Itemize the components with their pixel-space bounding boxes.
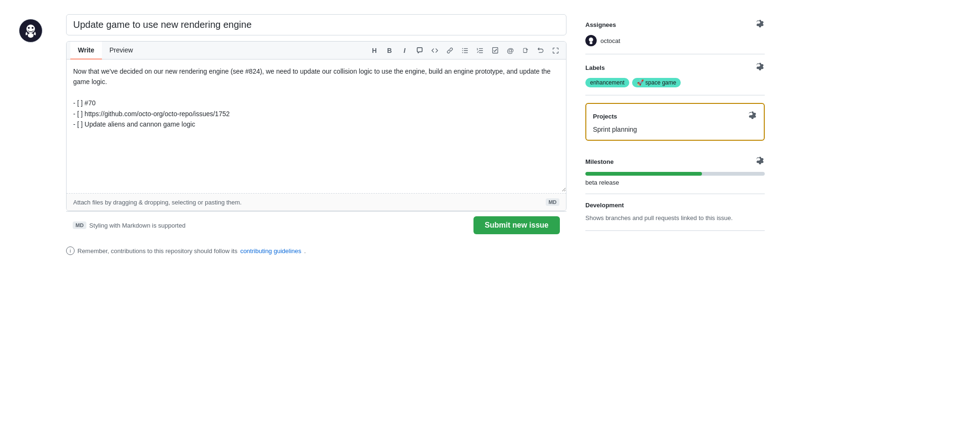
svg-point-4 (28, 33, 34, 38)
editor-box: Write Preview H B I (66, 41, 566, 211)
toolbar-task-list-btn[interactable] (489, 44, 502, 57)
milestone-progress-bar-fill (585, 172, 702, 176)
assignees-gear-button[interactable] (755, 19, 765, 30)
labels-row: enhancement 🚀 space game (585, 78, 765, 87)
toolbar-link-btn[interactable] (443, 44, 456, 57)
assignees-header: Assignees (585, 19, 765, 30)
issue-title-input[interactable] (66, 14, 566, 35)
sidebar-labels-section: Labels enhancement 🚀 space game (585, 54, 765, 95)
contributing-guidelines-link[interactable]: contributing guidelines (240, 247, 301, 255)
development-header: Development (585, 202, 765, 209)
labels-header: Labels (585, 62, 765, 73)
toolbar-crossref-btn[interactable] (519, 44, 532, 57)
assignees-title: Assignees (585, 21, 616, 28)
sidebar-development-section: Development Shows branches and pull requ… (585, 194, 765, 231)
milestone-title: Milestone (585, 158, 614, 165)
svg-point-6 (589, 38, 593, 42)
milestone-name: beta release (585, 179, 619, 186)
assignee-row: octocat (585, 35, 765, 46)
attach-text: Attach files by dragging & dropping, sel… (73, 199, 242, 206)
tab-write[interactable]: Write (70, 42, 102, 60)
projects-title: Projects (593, 113, 617, 120)
svg-point-7 (590, 42, 592, 44)
attach-area: Attach files by dragging & dropping, sel… (67, 193, 566, 211)
attach-md-badge: MD (546, 198, 559, 206)
md-badge-footer: MD (73, 221, 86, 229)
toolbar-icons: H B I (368, 42, 562, 59)
user-avatar-column (19, 14, 47, 411)
toolbar-code-btn[interactable] (428, 44, 441, 57)
development-text: Shows branches and pull requests linked … (585, 213, 765, 223)
issue-body-textarea[interactable]: Now that we've decided on our new render… (67, 60, 566, 192)
label-enhancement: enhancement (585, 78, 629, 87)
assignee-name: octocat (600, 37, 620, 44)
svg-point-2 (28, 27, 30, 29)
toolbar-heading-btn[interactable]: H (368, 44, 381, 57)
footer-note: i Remember, contributions to this reposi… (66, 246, 566, 255)
submit-issue-button[interactable]: Submit new issue (473, 216, 560, 234)
toolbar-unordered-list-btn[interactable] (458, 44, 472, 57)
labels-gear-button[interactable] (755, 62, 765, 73)
sidebar: Assignees octocat Labels (585, 14, 765, 411)
labels-title: Labels (585, 64, 605, 71)
label-spacegame: 🚀 space game (632, 78, 681, 87)
svg-point-3 (32, 27, 34, 29)
editor-footer: MD Styling with Markdown is supported Su… (66, 211, 566, 239)
development-title: Development (585, 202, 624, 209)
projects-gear-button[interactable] (748, 110, 757, 122)
milestone-header: Milestone (585, 156, 765, 167)
toolbar-bold-btn[interactable]: B (383, 44, 396, 57)
sidebar-projects-section: Projects Sprint planning (585, 103, 765, 141)
sidebar-assignees-section: Assignees octocat (585, 19, 765, 54)
editor-tabs-toolbar: Write Preview H B I (67, 42, 566, 60)
toolbar-undo-btn[interactable] (534, 44, 547, 57)
avatar (19, 19, 42, 42)
info-icon: i (66, 246, 75, 255)
milestone-progress-bar-bg (585, 172, 765, 176)
toolbar-ordered-list-btn[interactable] (473, 44, 487, 57)
md-support-text: MD Styling with Markdown is supported (73, 221, 186, 229)
toolbar-mention-btn[interactable]: @ (504, 44, 517, 57)
project-item: Sprint planning (593, 126, 757, 133)
toolbar-italic-btn[interactable]: I (398, 44, 411, 57)
sidebar-milestone-section: Milestone beta release (585, 148, 765, 194)
assignee-avatar (585, 35, 597, 46)
toolbar-quote-btn[interactable] (413, 44, 426, 57)
milestone-gear-button[interactable] (755, 156, 765, 167)
toolbar-fullscreen-btn[interactable] (549, 44, 562, 57)
tab-preview[interactable]: Preview (102, 42, 141, 60)
main-editor-area: Write Preview H B I (66, 14, 566, 411)
projects-header: Projects (593, 110, 757, 122)
